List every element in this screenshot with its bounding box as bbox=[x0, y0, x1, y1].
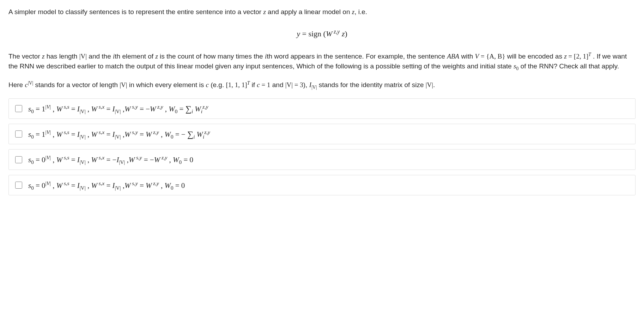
text: stands for the identity matrix of size bbox=[317, 81, 425, 89]
intro-paragraph: A simpler model to classify sentences is… bbox=[8, 7, 636, 17]
Wsx: I bbox=[113, 130, 115, 139]
choice-4-checkbox[interactable] bbox=[15, 182, 22, 189]
choice-4-expression: s0 = 0|V| , W s,s = I|V| , W s,x = I|V| … bbox=[28, 179, 185, 191]
choice-2[interactable]: s0 = 1|V| , W s,s = I|V| , W s,x = I|V| … bbox=[8, 124, 636, 144]
Wsy: W bbox=[154, 156, 160, 164]
Wsx: I bbox=[113, 181, 115, 190]
W0-sup: z,y bbox=[202, 104, 208, 110]
sum-icon: ∑ bbox=[187, 129, 193, 139]
choice-3-expression: s0 = 0|V| , W s,s = I|V| , W s,x = −I|V|… bbox=[28, 153, 193, 166]
description-paragraph: The vector z has length |V| and the ith … bbox=[8, 51, 636, 72]
answer-choices: s0 = 1|V| , W s,s = I|V| , W s,x = I|V| … bbox=[8, 98, 636, 195]
intro-text: , i.e. bbox=[354, 8, 367, 16]
intro-text: and apply a linear model on bbox=[266, 8, 352, 16]
choice-1[interactable]: s0 = 1|V| , W s,s = I|V| , W s,x = I|V| … bbox=[8, 98, 636, 119]
sum-icon: ∑ bbox=[186, 104, 192, 114]
Wsx: I bbox=[113, 105, 115, 113]
text: and bbox=[270, 81, 285, 89]
abs-V: |V| bbox=[426, 81, 433, 89]
var-c: c bbox=[257, 81, 260, 89]
text: if bbox=[250, 81, 257, 89]
text: with bbox=[459, 53, 475, 60]
sum-sub: i bbox=[192, 109, 193, 114]
literal-three: 3 bbox=[300, 81, 303, 89]
W0-sup: z,y bbox=[204, 129, 210, 135]
eq-open: ( bbox=[321, 29, 326, 38]
eq-arg: z bbox=[340, 29, 345, 38]
var-s: s bbox=[514, 62, 516, 70]
Wsx-sub: |V| bbox=[115, 109, 121, 114]
text: will be encoded as bbox=[505, 53, 564, 60]
eq-fn: sign bbox=[308, 29, 321, 38]
s0-base: 0 bbox=[42, 156, 45, 164]
text: Here bbox=[8, 81, 25, 89]
Wsx-sub: |V| bbox=[115, 134, 121, 140]
Wss: I bbox=[77, 105, 80, 113]
Wsy-sign: − bbox=[150, 156, 154, 164]
choice-4[interactable]: s0 = 0|V| , W s,s = I|V| , W s,x = I|V| … bbox=[8, 175, 636, 195]
notation-paragraph: Here c|V| stands for a vector of length … bbox=[8, 80, 636, 90]
var-c: c bbox=[206, 81, 208, 89]
s0-base: 0 bbox=[42, 181, 45, 190]
sum-sub: i bbox=[193, 134, 195, 140]
eq-W-sup: z,y bbox=[332, 28, 340, 34]
W0-W: 0 bbox=[190, 156, 194, 164]
text: stands for a vector of length bbox=[33, 81, 120, 89]
Wss: I bbox=[77, 181, 80, 190]
text: ), bbox=[303, 81, 309, 89]
eq-W: W bbox=[326, 29, 332, 38]
vector-literal: [1, 1, 1] bbox=[226, 81, 247, 89]
Wsy-sign: − bbox=[146, 105, 150, 113]
eq-sign: = bbox=[567, 53, 574, 60]
Wsx-sign: − bbox=[113, 156, 117, 164]
W0-W: W bbox=[195, 105, 201, 113]
s0-base: 1 bbox=[42, 130, 45, 139]
text: . bbox=[433, 81, 435, 89]
Wsy: W bbox=[146, 181, 152, 190]
text: of the RNN? Check all that apply. bbox=[518, 62, 619, 70]
choice-3[interactable]: s0 = 0|V| , W s,s = I|V| , W s,x = −I|V|… bbox=[8, 149, 636, 170]
Wsy-sup: z,y bbox=[156, 104, 163, 110]
Wss-sub: |V| bbox=[80, 134, 86, 140]
text: is the count of how many times the bbox=[158, 53, 265, 60]
eq-sign: = bbox=[479, 53, 486, 60]
sup-absV: |V| bbox=[28, 80, 33, 85]
text: in which every element is bbox=[127, 81, 206, 89]
W0-W: W bbox=[197, 130, 203, 139]
W0-pre: − bbox=[181, 130, 187, 139]
eq-sign: = bbox=[260, 81, 267, 89]
sub-absV: |V| bbox=[311, 84, 317, 90]
display-equation: y = sign (W z,y z) bbox=[8, 28, 636, 39]
vocab-set: {A, B} bbox=[486, 53, 505, 60]
text: has length bbox=[44, 53, 79, 60]
text: th element of bbox=[115, 53, 155, 60]
Wsy-sup: z,y bbox=[160, 155, 167, 160]
abs-V: |V| bbox=[285, 81, 293, 89]
Wsy-sup: z,y bbox=[152, 129, 159, 135]
Wsy: W bbox=[150, 105, 156, 113]
var-c: c bbox=[25, 81, 28, 89]
eq-lhs: y bbox=[297, 29, 300, 38]
text: (e.g. bbox=[209, 81, 226, 89]
var-z: z bbox=[155, 53, 158, 60]
choice-2-checkbox[interactable] bbox=[15, 130, 22, 138]
Wsx-sub: |V| bbox=[115, 185, 121, 191]
choice-1-checkbox[interactable] bbox=[15, 105, 22, 112]
s0-base: 1 bbox=[42, 105, 45, 113]
var-z: z bbox=[564, 53, 566, 60]
text: and the bbox=[87, 53, 113, 60]
Wsy: W bbox=[146, 130, 152, 139]
var-V: V bbox=[475, 53, 479, 60]
example-sentence: ABA bbox=[447, 53, 459, 60]
choice-3-checkbox[interactable] bbox=[15, 156, 22, 163]
text: The vector bbox=[8, 53, 42, 60]
abs-V: |V| bbox=[79, 53, 87, 60]
Wss-sub: |V| bbox=[80, 185, 86, 191]
eq-sign: = bbox=[300, 29, 308, 38]
text: th word appears in the sentence. For exa… bbox=[267, 53, 447, 60]
Wsy-sup: z,y bbox=[152, 181, 159, 186]
choice-1-expression: s0 = 1|V| , W s,s = I|V| , W s,x = I|V| … bbox=[28, 102, 208, 115]
intro-text: A simpler model to classify sentences is… bbox=[8, 8, 263, 16]
Wss-sub: |V| bbox=[80, 160, 86, 165]
eq-sign: = bbox=[293, 81, 300, 89]
